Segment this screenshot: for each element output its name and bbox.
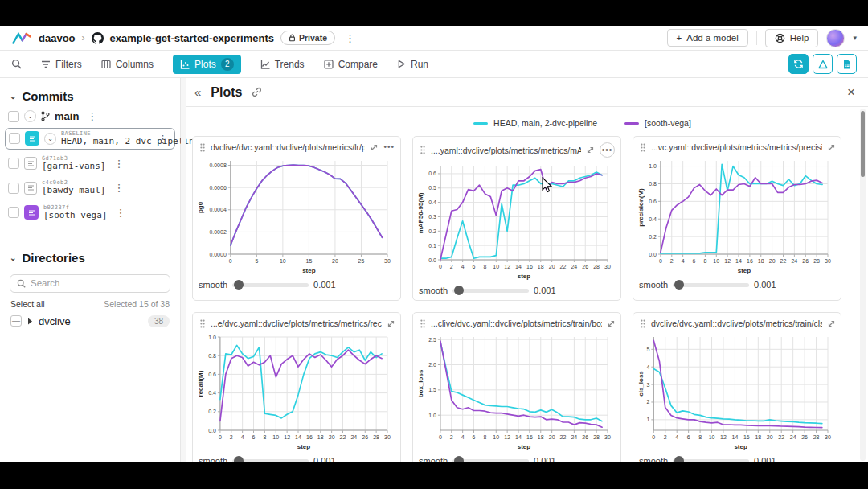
expand-icon[interactable] bbox=[828, 320, 835, 327]
commits-section-header[interactable]: ⌄ Commits bbox=[0, 86, 180, 106]
help-button[interactable]: Help bbox=[765, 29, 819, 47]
drag-handle-icon[interactable] bbox=[200, 319, 205, 328]
dvc-studio-logo-icon[interactable] bbox=[11, 31, 32, 45]
search-input[interactable] bbox=[31, 278, 151, 288]
commit-row-garni-vans[interactable]: 6d71ab3 [garni-vans] ⋮ bbox=[0, 151, 180, 176]
line-chart[interactable]: 0510152025300.00000.00020.00040.00060.00… bbox=[197, 154, 395, 275]
svg-text:2: 2 bbox=[670, 258, 674, 264]
commit-row-baseline[interactable]: ⌄ BASELINE HEAD, main, 2-dvc-pipeline ⋮ bbox=[5, 128, 175, 150]
directories-section-header[interactable]: ⌄ Directories bbox=[0, 248, 180, 268]
line-chart[interactable]: 0246810121416182022242628301.01.52.02.5s… bbox=[417, 331, 615, 451]
run-button[interactable]: Run bbox=[397, 59, 428, 70]
refresh-button[interactable] bbox=[788, 54, 809, 74]
svg-text:18: 18 bbox=[758, 258, 764, 264]
plots-button[interactable]: Plots 2 bbox=[173, 55, 241, 74]
smooth-slider[interactable] bbox=[452, 289, 529, 293]
link-icon[interactable] bbox=[252, 87, 262, 97]
compare-button[interactable]: Compare bbox=[324, 59, 378, 70]
filters-button[interactable]: Filters bbox=[41, 59, 82, 70]
delta-button[interactable] bbox=[813, 54, 833, 74]
slider-thumb[interactable] bbox=[234, 456, 244, 463]
expand-icon[interactable] bbox=[608, 320, 615, 327]
experiment-icon bbox=[24, 182, 37, 195]
commit-menu-button[interactable]: ⋮ bbox=[112, 207, 129, 219]
svg-text:8: 8 bbox=[483, 434, 486, 440]
plot-menu-button[interactable]: ••• bbox=[383, 143, 395, 151]
commit-checkbox[interactable] bbox=[8, 158, 19, 169]
commit-menu-button[interactable]: ⋮ bbox=[110, 158, 127, 170]
plot-menu-button[interactable]: ••• bbox=[600, 142, 615, 158]
panel-scrollbar[interactable] bbox=[860, 109, 866, 461]
svg-text:14: 14 bbox=[295, 434, 301, 440]
columns-button[interactable]: Columns bbox=[101, 59, 154, 70]
export-file-button[interactable] bbox=[837, 54, 857, 74]
expand-icon[interactable] bbox=[387, 320, 395, 327]
commit-checkbox[interactable] bbox=[8, 183, 19, 194]
trends-button[interactable]: Trends bbox=[260, 59, 305, 70]
commit-menu-button[interactable]: ⋮ bbox=[154, 133, 171, 145]
collapse-branch-button[interactable]: ⌄ bbox=[24, 110, 36, 122]
branch-row[interactable]: ⌄ main ⋮ bbox=[0, 106, 180, 126]
directory-row-dvclive[interactable]: — dvclive 38 bbox=[0, 310, 180, 332]
branch-checkbox[interactable] bbox=[8, 111, 19, 122]
sidebar-scrollbar-track[interactable] bbox=[181, 78, 186, 462]
line-chart[interactable]: 0246810121416182022242628300.00.10.20.30… bbox=[417, 160, 615, 281]
legend: HEAD, main, 2-dvc-pipeline [sooth-vega] bbox=[252, 115, 868, 136]
drag-handle-icon[interactable] bbox=[420, 319, 425, 328]
directory-search[interactable] bbox=[10, 274, 170, 293]
caret-right-icon[interactable] bbox=[27, 318, 33, 325]
repo-menu-button[interactable]: ⋮ bbox=[342, 32, 358, 44]
workspace-name[interactable]: daavoo bbox=[39, 32, 76, 44]
line-chart[interactable]: 02468101214161820222426283012345stepcls_… bbox=[637, 331, 835, 451]
svg-text:10: 10 bbox=[493, 434, 499, 440]
svg-text:step: step bbox=[297, 443, 311, 450]
drag-handle-icon[interactable] bbox=[200, 143, 205, 152]
smooth-slider[interactable] bbox=[452, 459, 529, 463]
commit-row-bawdy-maul[interactable]: c4c9eb2 [bawdy-maul] ⋮ bbox=[0, 175, 180, 200]
smooth-slider[interactable] bbox=[673, 459, 749, 463]
directory-checkbox[interactable]: — bbox=[10, 315, 22, 327]
search-icon[interactable] bbox=[11, 59, 22, 69]
svg-text:30: 30 bbox=[825, 434, 831, 440]
svg-text:4: 4 bbox=[241, 434, 244, 440]
commit-checkbox[interactable] bbox=[8, 207, 19, 218]
commit-menu-button[interactable]: ⋮ bbox=[110, 182, 127, 194]
expand-icon[interactable] bbox=[828, 144, 835, 151]
svg-text:14: 14 bbox=[732, 434, 739, 440]
commit-checkbox[interactable] bbox=[9, 133, 20, 144]
slider-thumb[interactable] bbox=[234, 280, 244, 290]
smooth-slider[interactable] bbox=[232, 283, 309, 287]
drag-handle-icon[interactable] bbox=[641, 143, 645, 152]
line-chart[interactable]: 0246810121416182022242628300.00.20.40.60… bbox=[197, 331, 395, 451]
smooth-slider[interactable] bbox=[673, 283, 749, 287]
svg-text:16: 16 bbox=[747, 258, 753, 264]
slider-thumb[interactable] bbox=[674, 280, 684, 290]
plot-card: ...clive/dvc.yaml::dvclive/plots/metrics… bbox=[412, 312, 621, 462]
select-all-link[interactable]: Select all bbox=[10, 299, 45, 309]
scrollbar-thumb[interactable] bbox=[861, 111, 865, 177]
line-chart[interactable]: 0246810121416182022242628300.00.20.40.60… bbox=[637, 154, 835, 275]
slider-thumb[interactable] bbox=[454, 456, 464, 463]
user-avatar[interactable] bbox=[826, 29, 845, 47]
expand-commit-button[interactable]: ⌄ bbox=[44, 133, 56, 145]
lifering-icon bbox=[775, 33, 785, 43]
svg-text:24: 24 bbox=[571, 264, 577, 269]
svg-text:10: 10 bbox=[493, 264, 499, 269]
svg-text:15: 15 bbox=[306, 258, 313, 264]
experiment-icon bbox=[28, 209, 35, 216]
repo-name[interactable]: example-get-started-experiments bbox=[110, 32, 274, 44]
plot-card: ....yaml::dvclive/plots/metrics/metrics/… bbox=[412, 136, 621, 301]
commit-row-sooth-vega[interactable]: b02237f [sooth-vega] ⋮ bbox=[0, 200, 180, 225]
expand-icon[interactable] bbox=[587, 146, 594, 154]
add-model-button[interactable]: + Add a model bbox=[667, 29, 748, 47]
drag-handle-icon[interactable] bbox=[420, 146, 425, 154]
expand-icon[interactable] bbox=[371, 144, 378, 151]
slider-thumb[interactable] bbox=[454, 286, 464, 295]
slider-thumb[interactable] bbox=[674, 456, 684, 463]
branch-menu-button[interactable]: ⋮ bbox=[84, 110, 100, 122]
user-menu-caret-icon[interactable]: ▾ bbox=[853, 34, 857, 42]
smooth-slider[interactable] bbox=[232, 459, 309, 463]
close-panel-icon[interactable]: × bbox=[847, 84, 855, 101]
collapse-panel-icon[interactable]: « bbox=[194, 85, 201, 99]
drag-handle-icon[interactable] bbox=[641, 319, 645, 328]
